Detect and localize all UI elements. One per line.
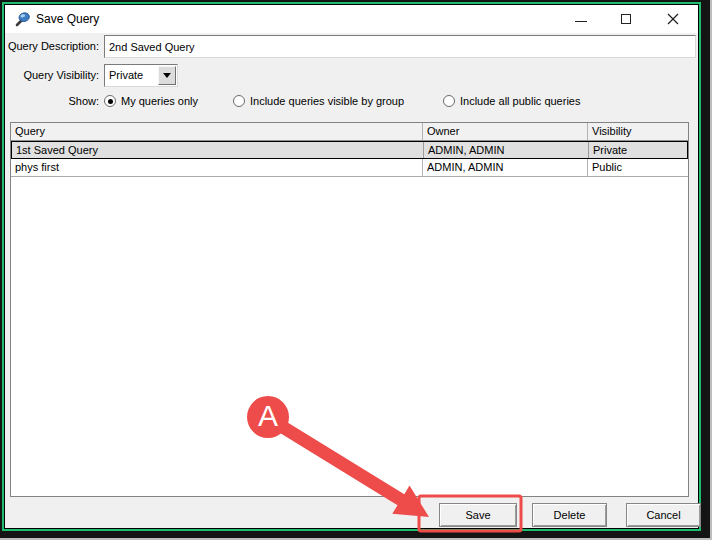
titlebar: Save Query bbox=[5, 5, 698, 33]
table-row[interactable]: phys first ADMIN, ADMIN Public bbox=[11, 159, 688, 177]
maximize-icon bbox=[621, 14, 631, 24]
cell-owner: ADMIN, ADMIN bbox=[423, 159, 588, 176]
table-header-row: Query Owner Visibility bbox=[11, 123, 688, 141]
cell-query: phys first bbox=[11, 159, 423, 176]
query-description-label: Query Description: bbox=[5, 35, 99, 58]
delete-button[interactable]: Delete bbox=[532, 503, 607, 527]
radio-icon[interactable] bbox=[104, 95, 116, 107]
saved-queries-table: Query Owner Visibility 1st Saved Query A… bbox=[10, 122, 689, 497]
minimize-icon bbox=[575, 21, 587, 22]
show-label: Show: bbox=[5, 93, 99, 109]
save-button[interactable]: Save bbox=[439, 503, 517, 527]
radio-icon[interactable] bbox=[443, 95, 455, 107]
magnifier-icon bbox=[13, 10, 31, 28]
window-title: Save Query bbox=[36, 5, 99, 33]
maximize-button[interactable] bbox=[610, 5, 642, 33]
save-query-dialog: Save Query Query Description: Query Visi… bbox=[2, 2, 701, 531]
cell-query: 1st Saved Query bbox=[12, 142, 424, 158]
dialog-body: Save Query Query Description: Query Visi… bbox=[5, 5, 698, 528]
visibility-dropdown[interactable]: Private bbox=[104, 64, 178, 87]
column-header-query[interactable]: Query bbox=[11, 123, 423, 140]
column-header-visibility[interactable]: Visibility bbox=[588, 123, 688, 140]
column-header-owner[interactable]: Owner bbox=[423, 123, 588, 140]
cell-owner: ADMIN, ADMIN bbox=[424, 142, 589, 158]
visibility-dropdown-value: Private bbox=[109, 65, 143, 86]
chevron-down-icon bbox=[163, 73, 171, 78]
dropdown-arrow-button[interactable] bbox=[158, 66, 176, 85]
screenshot-root: Save Query Query Description: Query Visi… bbox=[0, 0, 712, 540]
radio-include-group-queries[interactable]: Include queries visible by group bbox=[233, 93, 404, 109]
cell-visibility: Private bbox=[589, 142, 687, 158]
radio-label: Include all public queries bbox=[460, 94, 580, 108]
radio-my-queries-only[interactable]: My queries only bbox=[104, 93, 198, 109]
radio-label: Include queries visible by group bbox=[250, 94, 404, 108]
cancel-button[interactable]: Cancel bbox=[626, 503, 701, 527]
radio-label: My queries only bbox=[121, 94, 198, 108]
query-visibility-label: Query Visibility: bbox=[5, 64, 99, 87]
table-row[interactable]: 1st Saved Query ADMIN, ADMIN Private bbox=[11, 141, 688, 159]
close-button[interactable] bbox=[657, 5, 689, 33]
radio-icon[interactable] bbox=[233, 95, 245, 107]
minimize-button[interactable] bbox=[565, 5, 597, 33]
cell-visibility: Public bbox=[588, 159, 688, 176]
radio-include-public-queries[interactable]: Include all public queries bbox=[443, 93, 580, 109]
close-icon bbox=[667, 13, 679, 25]
query-description-input[interactable] bbox=[104, 35, 696, 58]
